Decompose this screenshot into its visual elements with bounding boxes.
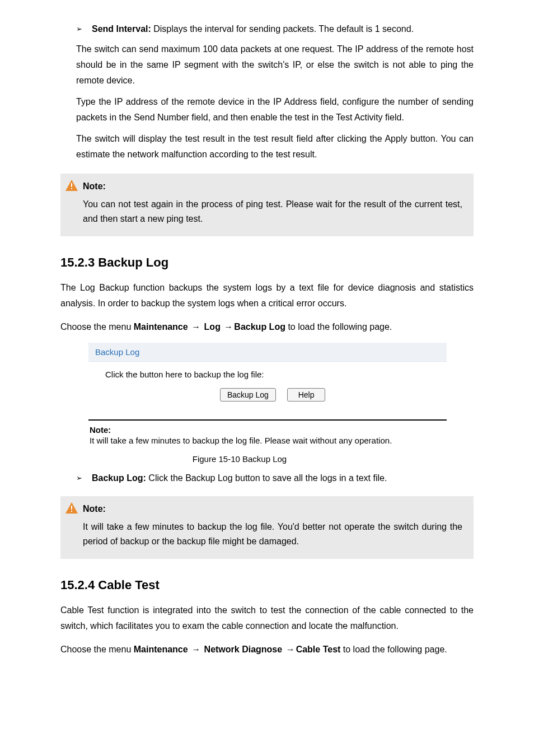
nav-suffix: to load the following page. [288,322,392,332]
triangle-bullet-icon: ➢ [76,22,92,36]
note-callout: Note: You can not test again in the proc… [60,174,474,236]
panel-note-body: It will take a few minutes to backup the… [90,436,392,445]
bullet-desc: Displays the interval for sending packet… [151,24,414,34]
bullet-send-interval: ➢ Send Interval: Displays the interval f… [76,22,474,36]
panel-title: Backup Log [88,343,447,362]
panel-note: Note: It will take a few minutes to back… [88,421,447,447]
note-title: Note: [83,504,106,514]
nav-seg-backup-log: Backup Log [234,322,285,332]
help-button[interactable]: Help [287,388,325,402]
bullet-backup-log: ➢ Backup Log: Click the Backup Log butto… [76,472,474,485]
note-title: Note: [83,181,106,192]
note-callout: Note: It will take a few minutes to back… [60,496,474,559]
menu-path: Choose the menu Maintenance → Network Di… [60,642,474,657]
bullet-label: Send Interval: [92,24,151,34]
figure-caption: Figure 15-10 Backup Log [32,454,447,464]
backup-log-panel: Backup Log Click the button here to back… [88,343,447,447]
nav-seg-cable-test: Cable Test [296,645,341,654]
arrow-icon: → [223,319,234,335]
bullet-text: Backup Log: Click the Backup Log button … [92,472,387,485]
triangle-bullet-icon: ➢ [76,472,92,485]
menu-path: Choose the menu Maintenance → Log →Backu… [60,319,474,335]
svg-rect-5 [71,511,72,512]
section-heading-cable-test: 15.2.4 Cable Test [60,578,474,592]
nav-prefix: Choose the menu [60,645,134,654]
svg-rect-1 [71,183,72,187]
section-heading-backup-log: 15.2.3 Backup Log [60,255,474,270]
section-lead: The Log Backup function backups the syst… [60,280,474,311]
bullet-text: Send Interval: Displays the interval for… [92,22,414,36]
panel-message: Click the button here to backup the log … [105,370,440,379]
arrow-icon: → [190,319,202,335]
svg-rect-2 [71,188,72,189]
nav-seg-maintenance: Maintenance [134,645,188,654]
arrow-icon: → [285,642,296,657]
svg-rect-4 [71,506,72,510]
note-body: It will take a few minutes to backup the… [83,520,462,549]
warning-icon [60,179,83,194]
note-body: You can not test again in the process of… [83,197,462,226]
section-lead: Cable Test function is integrated into t… [60,603,474,634]
paragraph: Type the IP address of the remote device… [76,94,474,125]
figure-backup-log: Backup Log Click the button here to back… [88,343,447,447]
nav-seg-log: Log [204,322,221,332]
nav-suffix: to load the following page. [343,645,447,654]
backup-log-button[interactable]: Backup Log [220,388,276,402]
paragraph: The switch can send maximum 100 data pac… [76,41,474,88]
paragraph: The switch will display the test result … [76,131,474,162]
bullet-desc: Click the Backup Log button to save all … [146,473,387,483]
arrow-icon: → [190,642,202,657]
bullet-label: Backup Log: [92,473,146,483]
nav-seg-maintenance: Maintenance [134,322,188,332]
warning-icon [60,502,83,516]
nav-prefix: Choose the menu [60,322,134,332]
panel-note-head: Note: [90,425,446,435]
nav-seg-network-diagnose: Network Diagnose [204,645,283,654]
